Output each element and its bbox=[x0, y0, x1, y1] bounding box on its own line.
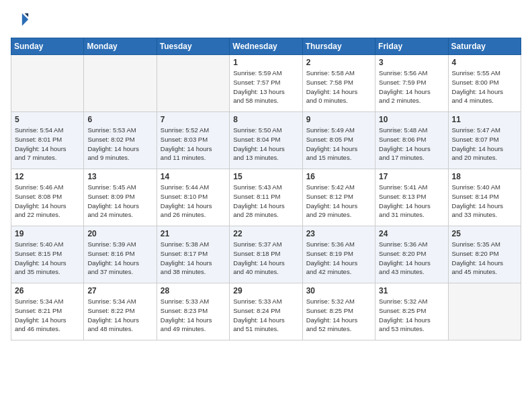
calendar-cell: 23Sunrise: 5:36 AM Sunset: 8:19 PM Dayli… bbox=[302, 226, 375, 283]
day-number: 19 bbox=[15, 229, 80, 238]
day-number: 30 bbox=[306, 286, 371, 295]
day-info: Sunrise: 5:41 AM Sunset: 8:13 PM Dayligh… bbox=[379, 183, 444, 220]
logo-icon bbox=[11, 11, 30, 30]
day-number: 8 bbox=[233, 115, 298, 124]
day-number: 24 bbox=[379, 229, 444, 238]
week-row-5: 26Sunrise: 5:34 AM Sunset: 8:21 PM Dayli… bbox=[11, 283, 521, 340]
calendar-cell: 4Sunrise: 5:55 AM Sunset: 8:00 PM Daylig… bbox=[448, 55, 521, 112]
calendar-cell: 11Sunrise: 5:47 AM Sunset: 8:07 PM Dayli… bbox=[448, 112, 521, 169]
day-info: Sunrise: 5:56 AM Sunset: 7:59 PM Dayligh… bbox=[379, 68, 444, 105]
day-number: 28 bbox=[161, 286, 226, 295]
day-header-monday: Monday bbox=[84, 38, 157, 55]
calendar-cell: 22Sunrise: 5:37 AM Sunset: 8:18 PM Dayli… bbox=[230, 226, 302, 283]
day-number: 29 bbox=[233, 286, 298, 295]
day-number: 2 bbox=[306, 58, 371, 67]
calendar-cell: 9Sunrise: 5:49 AM Sunset: 8:05 PM Daylig… bbox=[302, 112, 375, 169]
day-header-sunday: Sunday bbox=[11, 38, 84, 55]
calendar-cell: 24Sunrise: 5:36 AM Sunset: 8:20 PM Dayli… bbox=[375, 226, 448, 283]
day-header-tuesday: Tuesday bbox=[157, 38, 229, 55]
day-info: Sunrise: 5:42 AM Sunset: 8:12 PM Dayligh… bbox=[306, 183, 371, 220]
day-info: Sunrise: 5:47 AM Sunset: 8:07 PM Dayligh… bbox=[452, 126, 517, 163]
calendar-cell: 6Sunrise: 5:53 AM Sunset: 8:02 PM Daylig… bbox=[84, 112, 157, 169]
day-header-friday: Friday bbox=[375, 38, 448, 55]
day-info: Sunrise: 5:32 AM Sunset: 8:25 PM Dayligh… bbox=[379, 297, 444, 334]
day-number: 15 bbox=[233, 172, 298, 181]
day-info: Sunrise: 5:54 AM Sunset: 8:01 PM Dayligh… bbox=[15, 126, 80, 163]
day-info: Sunrise: 5:35 AM Sunset: 8:20 PM Dayligh… bbox=[452, 240, 517, 277]
day-info: Sunrise: 5:52 AM Sunset: 8:03 PM Dayligh… bbox=[161, 126, 226, 163]
day-number: 10 bbox=[379, 115, 444, 124]
day-number: 27 bbox=[87, 286, 152, 295]
calendar-cell: 8Sunrise: 5:50 AM Sunset: 8:04 PM Daylig… bbox=[230, 112, 302, 169]
week-row-4: 19Sunrise: 5:40 AM Sunset: 8:15 PM Dayli… bbox=[11, 226, 521, 283]
day-number: 20 bbox=[87, 229, 152, 238]
day-number: 7 bbox=[161, 115, 226, 124]
calendar-cell: 10Sunrise: 5:48 AM Sunset: 8:06 PM Dayli… bbox=[375, 112, 448, 169]
calendar-cell: 12Sunrise: 5:46 AM Sunset: 8:08 PM Dayli… bbox=[11, 169, 84, 226]
day-info: Sunrise: 5:46 AM Sunset: 8:08 PM Dayligh… bbox=[15, 183, 80, 220]
day-number: 22 bbox=[233, 229, 298, 238]
day-info: Sunrise: 5:53 AM Sunset: 8:02 PM Dayligh… bbox=[87, 126, 152, 163]
day-info: Sunrise: 5:34 AM Sunset: 8:21 PM Dayligh… bbox=[15, 297, 80, 334]
calendar-cell bbox=[157, 55, 229, 112]
week-row-3: 12Sunrise: 5:46 AM Sunset: 8:08 PM Dayli… bbox=[11, 169, 521, 226]
day-number: 26 bbox=[15, 286, 80, 295]
day-number: 13 bbox=[87, 172, 152, 181]
day-number: 14 bbox=[161, 172, 226, 181]
page-header bbox=[11, 11, 521, 30]
calendar-cell: 2Sunrise: 5:58 AM Sunset: 7:58 PM Daylig… bbox=[302, 55, 375, 112]
day-number: 4 bbox=[452, 58, 517, 67]
week-row-1: 1Sunrise: 5:59 AM Sunset: 7:57 PM Daylig… bbox=[11, 55, 521, 112]
calendar-cell: 25Sunrise: 5:35 AM Sunset: 8:20 PM Dayli… bbox=[448, 226, 521, 283]
day-number: 17 bbox=[379, 172, 444, 181]
day-info: Sunrise: 5:39 AM Sunset: 8:16 PM Dayligh… bbox=[87, 240, 152, 277]
calendar-cell: 16Sunrise: 5:42 AM Sunset: 8:12 PM Dayli… bbox=[302, 169, 375, 226]
day-number: 1 bbox=[233, 58, 298, 67]
calendar-cell: 15Sunrise: 5:43 AM Sunset: 8:11 PM Dayli… bbox=[230, 169, 302, 226]
logo bbox=[11, 11, 32, 30]
day-info: Sunrise: 5:49 AM Sunset: 8:05 PM Dayligh… bbox=[306, 126, 371, 163]
day-number: 5 bbox=[15, 115, 80, 124]
day-info: Sunrise: 5:43 AM Sunset: 8:11 PM Dayligh… bbox=[233, 183, 298, 220]
day-info: Sunrise: 5:40 AM Sunset: 8:15 PM Dayligh… bbox=[15, 240, 80, 277]
day-header-thursday: Thursday bbox=[302, 38, 375, 55]
day-info: Sunrise: 5:36 AM Sunset: 8:20 PM Dayligh… bbox=[379, 240, 444, 277]
calendar-cell: 7Sunrise: 5:52 AM Sunset: 8:03 PM Daylig… bbox=[157, 112, 229, 169]
day-info: Sunrise: 5:59 AM Sunset: 7:57 PM Dayligh… bbox=[233, 68, 298, 105]
day-header-saturday: Saturday bbox=[448, 38, 521, 55]
day-info: Sunrise: 5:33 AM Sunset: 8:24 PM Dayligh… bbox=[233, 297, 298, 334]
calendar-cell: 21Sunrise: 5:38 AM Sunset: 8:17 PM Dayli… bbox=[157, 226, 229, 283]
day-number: 25 bbox=[452, 229, 517, 238]
day-info: Sunrise: 5:45 AM Sunset: 8:09 PM Dayligh… bbox=[87, 183, 152, 220]
week-row-2: 5Sunrise: 5:54 AM Sunset: 8:01 PM Daylig… bbox=[11, 112, 521, 169]
calendar-cell: 30Sunrise: 5:32 AM Sunset: 8:25 PM Dayli… bbox=[302, 283, 375, 340]
day-info: Sunrise: 5:58 AM Sunset: 7:58 PM Dayligh… bbox=[306, 68, 371, 105]
day-number: 12 bbox=[15, 172, 80, 181]
calendar-cell: 3Sunrise: 5:56 AM Sunset: 7:59 PM Daylig… bbox=[375, 55, 448, 112]
day-header-wednesday: Wednesday bbox=[230, 38, 302, 55]
calendar-cell bbox=[84, 55, 157, 112]
day-number: 16 bbox=[306, 172, 371, 181]
day-info: Sunrise: 5:34 AM Sunset: 8:22 PM Dayligh… bbox=[87, 297, 152, 334]
calendar-cell bbox=[11, 55, 84, 112]
day-info: Sunrise: 5:33 AM Sunset: 8:23 PM Dayligh… bbox=[161, 297, 226, 334]
day-number: 6 bbox=[87, 115, 152, 124]
day-number: 31 bbox=[379, 286, 444, 295]
calendar-cell: 18Sunrise: 5:40 AM Sunset: 8:14 PM Dayli… bbox=[448, 169, 521, 226]
day-info: Sunrise: 5:55 AM Sunset: 8:00 PM Dayligh… bbox=[452, 68, 517, 105]
calendar-cell: 19Sunrise: 5:40 AM Sunset: 8:15 PM Dayli… bbox=[11, 226, 84, 283]
calendar-table: SundayMondayTuesdayWednesdayThursdayFrid… bbox=[11, 38, 521, 340]
calendar-cell: 20Sunrise: 5:39 AM Sunset: 8:16 PM Dayli… bbox=[84, 226, 157, 283]
calendar-cell: 1Sunrise: 5:59 AM Sunset: 7:57 PM Daylig… bbox=[230, 55, 302, 112]
calendar-cell: 17Sunrise: 5:41 AM Sunset: 8:13 PM Dayli… bbox=[375, 169, 448, 226]
day-number: 21 bbox=[161, 229, 226, 238]
calendar-cell: 31Sunrise: 5:32 AM Sunset: 8:25 PM Dayli… bbox=[375, 283, 448, 340]
calendar-cell: 5Sunrise: 5:54 AM Sunset: 8:01 PM Daylig… bbox=[11, 112, 84, 169]
calendar-cell bbox=[448, 283, 521, 340]
calendar-cell: 13Sunrise: 5:45 AM Sunset: 8:09 PM Dayli… bbox=[84, 169, 157, 226]
calendar-cell: 26Sunrise: 5:34 AM Sunset: 8:21 PM Dayli… bbox=[11, 283, 84, 340]
day-number: 23 bbox=[306, 229, 371, 238]
day-info: Sunrise: 5:44 AM Sunset: 8:10 PM Dayligh… bbox=[161, 183, 226, 220]
day-number: 18 bbox=[452, 172, 517, 181]
calendar-cell: 28Sunrise: 5:33 AM Sunset: 8:23 PM Dayli… bbox=[157, 283, 229, 340]
